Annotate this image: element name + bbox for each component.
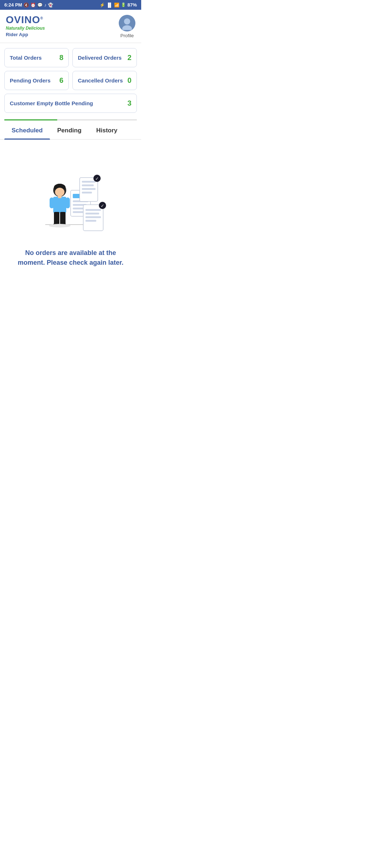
svg-text:✓: ✓ bbox=[95, 176, 99, 181]
tab-pending[interactable]: Pending bbox=[50, 122, 89, 139]
svg-rect-7 bbox=[66, 197, 70, 208]
green-divider bbox=[4, 119, 137, 120]
svg-rect-24 bbox=[85, 213, 99, 214]
delivered-orders-card: Delivered Orders 2 bbox=[72, 48, 137, 67]
svg-rect-6 bbox=[50, 197, 54, 208]
pending-orders-card: Pending Orders 6 bbox=[4, 71, 69, 90]
empty-illustration: ✓ ✓ ✓ bbox=[24, 154, 118, 234]
total-orders-value: 8 bbox=[59, 54, 63, 62]
tab-history[interactable]: History bbox=[89, 122, 125, 139]
battery-icon: 🔋 bbox=[121, 3, 126, 7]
stats-grid: Total Orders 8 Delivered Orders 2 Pendin… bbox=[0, 43, 141, 116]
empty-message: No orders are available at the moment. P… bbox=[16, 248, 125, 268]
svg-rect-11 bbox=[60, 212, 66, 225]
logo-area: OVINO® Naturally Delicious Rider App bbox=[6, 15, 45, 37]
cancelled-orders-value: 0 bbox=[127, 76, 131, 85]
signal-icon: ▐▌ bbox=[106, 3, 113, 8]
pending-orders-value: 6 bbox=[59, 76, 63, 85]
cancelled-orders-label: Cancelled Orders bbox=[78, 77, 123, 84]
svg-rect-23 bbox=[85, 209, 101, 211]
svg-point-9 bbox=[55, 188, 64, 196]
status-left: 6:24 PM 🔇 ⏰ 💬 ♪ 👻 bbox=[4, 2, 53, 8]
tabs: Scheduled Pending History bbox=[0, 122, 141, 140]
status-time: 6:24 PM bbox=[4, 2, 22, 8]
delivered-orders-label: Delivered Orders bbox=[78, 55, 122, 61]
bluetooth-icon: ⚡ bbox=[100, 3, 105, 8]
customer-bottle-value: 3 bbox=[127, 99, 131, 107]
battery-percent: 87% bbox=[127, 2, 137, 8]
svg-rect-30 bbox=[82, 181, 96, 183]
customer-bottle-label: Customer Empty Bottle Pending bbox=[10, 100, 93, 106]
customer-bottle-card: Customer Empty Bottle Pending 3 bbox=[4, 94, 137, 113]
total-orders-card: Total Orders 8 bbox=[4, 48, 69, 67]
mute-icon: 🔇 bbox=[24, 3, 29, 8]
delivered-orders-value: 2 bbox=[127, 54, 131, 62]
svg-rect-25 bbox=[85, 216, 101, 218]
profile-area[interactable]: Profile bbox=[119, 15, 135, 38]
tab-scheduled[interactable]: Scheduled bbox=[4, 122, 50, 139]
avatar[interactable] bbox=[119, 15, 135, 31]
app-header: OVINO® Naturally Delicious Rider App Pro… bbox=[0, 10, 141, 43]
profile-label: Profile bbox=[121, 33, 134, 38]
svg-point-0 bbox=[124, 18, 130, 25]
svg-rect-33 bbox=[82, 192, 92, 193]
svg-rect-32 bbox=[82, 188, 96, 190]
wifi-icon: 📶 bbox=[114, 3, 119, 8]
status-bar: 6:24 PM 🔇 ⏰ 💬 ♪ 👻 ⚡ ▐▌ 📶 🔋 87% bbox=[0, 0, 141, 10]
music-icon: ♪ bbox=[44, 3, 46, 8]
svg-rect-26 bbox=[85, 220, 96, 222]
pending-orders-label: Pending Orders bbox=[10, 77, 51, 84]
app-name: Rider App bbox=[6, 32, 45, 37]
svg-rect-5 bbox=[53, 197, 66, 213]
svg-point-36 bbox=[49, 224, 71, 227]
svg-rect-10 bbox=[54, 212, 59, 225]
logo-text: OVINO® bbox=[6, 15, 45, 25]
alarm-icon: ⏰ bbox=[30, 3, 36, 8]
svg-text:✓: ✓ bbox=[101, 203, 104, 208]
message-icon: 💬 bbox=[37, 3, 43, 8]
status-right: ⚡ ▐▌ 📶 🔋 87% bbox=[100, 2, 137, 8]
snapchat-icon: 👻 bbox=[48, 3, 53, 8]
svg-point-1 bbox=[122, 25, 132, 30]
empty-state: ✓ ✓ ✓ No orders are available at the mom… bbox=[0, 140, 141, 275]
svg-rect-19 bbox=[73, 211, 84, 213]
cancelled-orders-card: Cancelled Orders 0 bbox=[72, 71, 137, 90]
logo-tagline: Naturally Delicious bbox=[6, 26, 45, 31]
total-orders-label: Total Orders bbox=[10, 55, 42, 61]
svg-rect-31 bbox=[82, 184, 94, 186]
